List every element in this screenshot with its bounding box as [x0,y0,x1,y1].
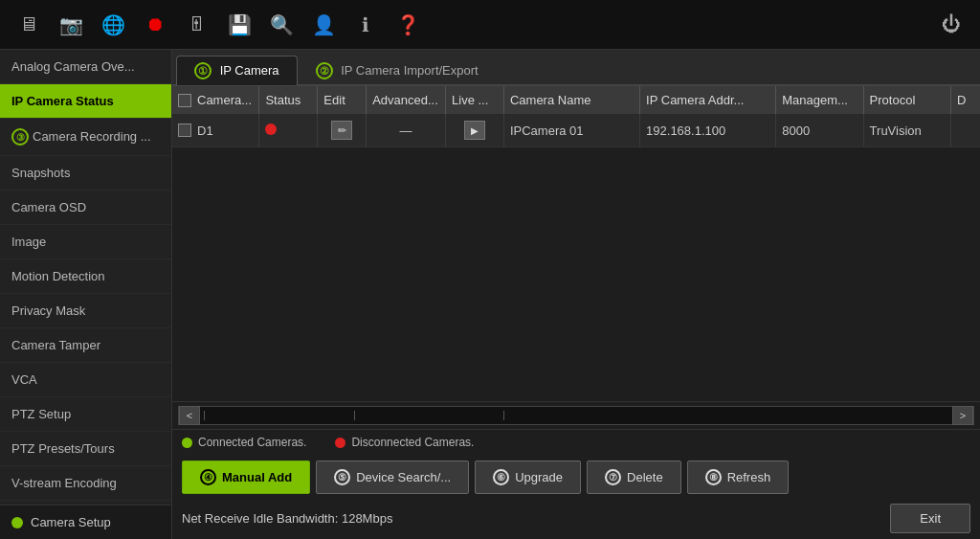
action-buttons-bar: ④ Manual Add ⑤ Device Search/... ⑥ Upgra… [172,455,980,500]
scroll-left-button[interactable]: < [179,406,200,425]
sidebar-item-camera-tamper[interactable]: Camera Tamper [0,328,171,363]
scroll-tick [204,411,205,420]
disconnected-dot [335,438,345,448]
cell-management-port: 8000 [776,114,863,147]
disconnected-status: Disconnected Cameras. [335,436,474,449]
tab1-num: ① [194,62,212,79]
sidebar-item-motion-detection[interactable]: Motion Detection [0,259,171,294]
delete-button[interactable]: ⑦ Delete [587,460,681,494]
manual-add-label: Manual Add [222,470,292,484]
hdd-icon[interactable]: 💾 [218,4,260,46]
live-button[interactable]: ▶ [464,121,485,140]
help-icon[interactable]: ❓ [387,4,429,46]
connected-status: Connected Cameras. [182,436,306,449]
btn4-num: ④ [200,469,216,485]
tab-ip-camera-import-export[interactable]: ② IP Camera Import/Export [298,56,497,85]
col-edit: Edit [318,86,367,114]
table-row: D1 ✏ — [172,114,980,147]
camera-icon[interactable]: 📷 [50,4,92,46]
upgrade-button[interactable]: ⑥ Upgrade [475,460,581,494]
sidebar-num-badge: ③ [11,128,29,146]
scrollbar-inner[interactable] [200,407,952,424]
sidebar-item-analog-camera[interactable]: Analog Camera Ove... [0,50,171,84]
sidebar-footer: Camera Setup [0,505,171,539]
col-d: D [950,86,980,114]
connected-dot [182,438,192,448]
device-search-button[interactable]: ⑤ Device Search/... [316,460,469,494]
scrollbar-track: < > [178,406,974,425]
cell-live: ▶ [446,114,504,147]
record-icon[interactable]: ⏺ [134,4,176,46]
tab2-label: IP Camera Import/Export [341,63,479,78]
tab-bar: ① IP Camera ② IP Camera Import/Export [172,50,980,86]
connected-label: Connected Cameras. [198,436,306,449]
sidebar-item-ptz-setup[interactable]: PTZ Setup [0,397,171,432]
cell-ip-address: 192.168.1.100 [640,114,776,147]
power-icon[interactable]: ⏻ [930,4,972,46]
audio-icon[interactable]: 🎚 [176,4,218,46]
refresh-button[interactable]: ⑧ Refresh [687,460,790,494]
camera-table-area: Camera... Status Edit Advanced... Live .… [172,86,980,401]
user-icon[interactable]: 👤 [302,4,345,46]
tab-ip-camera[interactable]: ① IP Camera [176,56,298,85]
row-checkbox[interactable] [178,124,191,137]
bandwidth-label: Net Receive Idle Bandwidth: 128Mbps [182,511,392,526]
btn8-num: ⑧ [705,469,722,485]
select-all-checkbox[interactable] [178,94,191,107]
main-layout: Analog Camera Ove... IP Camera Status ③C… [0,50,980,539]
col-camera-name: Camera Name [503,86,639,114]
col-live: Live ... [446,86,504,114]
network-icon[interactable]: 🌐 [92,4,134,46]
refresh-label: Refresh [727,470,771,484]
cell-camera-name: IPCamera 01 [503,114,639,147]
btn5-num: ⑤ [334,469,350,485]
upgrade-label: Upgrade [515,470,563,484]
sidebar-item-ip-camera-status[interactable]: IP Camera Status [0,84,171,119]
scroll-tick [354,411,355,420]
camera-id: D1 [197,124,213,138]
cell-camera-id: D1 [172,114,259,147]
delete-label: Delete [627,470,663,484]
disconnected-label: Disconnected Cameras. [351,436,474,449]
sidebar-status-dot [11,517,23,528]
sidebar-item-ptz-presets[interactable]: PTZ Presets/Tours [0,432,171,466]
cell-status [259,114,318,147]
cell-protocol: TruVision [863,114,950,147]
scroll-right-button[interactable]: > [952,406,973,425]
sidebar-item-vca[interactable]: VCA [0,363,171,397]
top-toolbar: 🖥 📷 🌐 ⏺ 🎚 💾 🔍 👤 ℹ ❓ ⏻ [0,0,980,50]
cell-edit: ✏ [318,114,367,147]
exit-button[interactable]: Exit [890,504,970,533]
device-search-label: Device Search/... [356,470,451,484]
col-protocol: Protocol [863,86,950,114]
col-status: Status [259,86,318,114]
bandwidth-row: Net Receive Idle Bandwidth: 128Mbps Exit [172,500,980,539]
sidebar-item-snapshots[interactable]: Snapshots [0,156,171,191]
sidebar-item-camera-osd[interactable]: Camera OSD [0,191,171,225]
btn7-num: ⑦ [605,469,621,485]
sidebar-item-vstream-encoding[interactable]: V-stream Encoding [0,466,171,501]
col-ip-address: IP Camera Addr... [640,86,776,114]
tab2-num: ② [316,62,333,79]
info-icon[interactable]: ℹ [345,4,387,46]
search-icon[interactable]: 🔍 [260,4,302,46]
sidebar: Analog Camera Ove... IP Camera Status ③C… [0,50,172,539]
sidebar-item-privacy-mask[interactable]: Privacy Mask [0,294,171,328]
edit-button[interactable]: ✏ [331,121,352,140]
manual-add-button[interactable]: ④ Manual Add [182,460,310,494]
sidebar-item-image[interactable]: Image [0,225,171,259]
col-management: Managem... [776,86,863,114]
sidebar-footer-label: Camera Setup [31,515,111,529]
scroll-tick [503,411,504,420]
btn6-num: ⑥ [493,469,509,485]
tab1-label: IP Camera [220,63,279,78]
sidebar-item-camera-recording[interactable]: ③Camera Recording ... [0,119,171,156]
cell-d [950,114,980,147]
connection-status-bar: Connected Cameras. Disconnected Cameras. [172,429,980,455]
horizontal-scrollbar-area: < > [172,401,980,429]
col-camera: Camera... [172,86,259,114]
monitor-icon[interactable]: 🖥 [8,4,50,46]
cell-advanced: — [367,114,446,147]
camera-table: Camera... Status Edit Advanced... Live .… [172,86,980,147]
content-area: ① IP Camera ② IP Camera Import/Export Ca… [172,50,980,539]
